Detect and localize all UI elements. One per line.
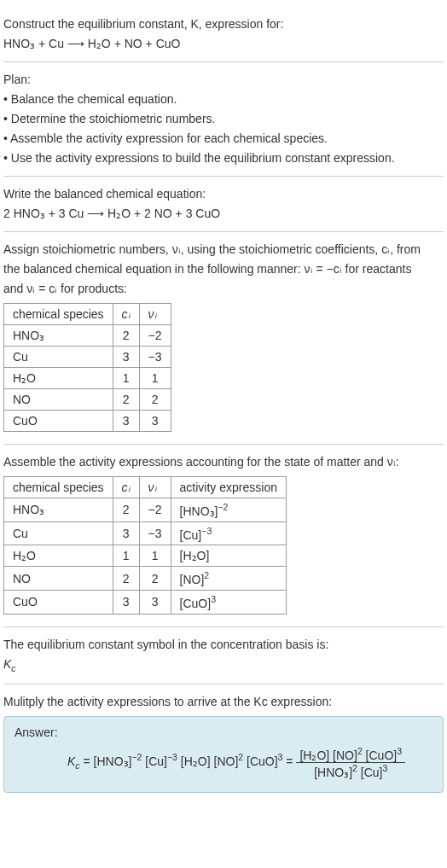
activity-intro: Assemble the activity expressions accoun…: [3, 453, 444, 471]
species-cell: H₂O: [4, 368, 113, 389]
balanced-heading: Write the balanced chemical equation:: [3, 185, 444, 203]
species-cell: Cu: [4, 521, 113, 545]
ci-cell: 3: [113, 411, 139, 432]
vi-cell: 1: [139, 545, 171, 567]
table-row: H₂O 1 1: [4, 368, 171, 389]
problem-equation: HNO₃ + Cu ⟶ H₂O + NO + CuO: [3, 35, 444, 53]
species-cell: CuO: [4, 590, 113, 614]
ci-cell: 3: [113, 590, 139, 614]
kc-expression: Kc = [HNO₃]−2 [Cu]−3 [H₂O] [NO]2 [CuO]3 …: [15, 746, 432, 778]
plan-section: Plan: • Balance the chemical equation. •…: [3, 62, 444, 177]
col-species: chemical species: [4, 304, 113, 325]
answer-box: Answer: Kc = [HNO₃]−2 [Cu]−3 [H₂O] [NO]2…: [3, 716, 444, 793]
ci-cell: 3: [113, 521, 139, 545]
ci-cell: 2: [113, 389, 139, 411]
ci-cell: 2: [113, 498, 139, 522]
result-intro: Mulitply the activity expressions to arr…: [3, 693, 444, 711]
vi-cell: −3: [139, 521, 171, 545]
symbol-intro: The equilibrium constant symbol in the c…: [3, 636, 444, 654]
plan-heading: Plan:: [3, 71, 444, 89]
activity-table: chemical species cᵢ νᵢ activity expressi…: [3, 476, 287, 615]
vi-cell: 3: [139, 590, 171, 614]
col-activity: activity expression: [171, 477, 286, 498]
balanced-equation-section: Write the balanced chemical equation: 2 …: [3, 177, 444, 232]
problem-line-1: Construct the equilibrium constant, K, e…: [3, 15, 444, 33]
result-section: Mulitply the activity expressions to arr…: [3, 684, 444, 800]
stoich-intro-2: the balanced chemical equation in the fo…: [3, 260, 444, 278]
col-vi: νᵢ: [139, 477, 171, 498]
table-row: HNO₃ 2 −2: [4, 325, 171, 347]
problem-statement: Construct the equilibrium constant, K, e…: [3, 7, 444, 62]
species-cell: H₂O: [4, 545, 113, 567]
plan-step-2: • Determine the stoichiometric numbers.: [3, 110, 444, 128]
symbol-section: The equilibrium constant symbol in the c…: [3, 627, 444, 685]
vi-cell: 3: [139, 411, 171, 432]
ci-cell: 1: [113, 545, 139, 567]
table-row: Cu 3 −3: [4, 347, 171, 368]
species-cell: NO: [4, 567, 113, 591]
activity-cell: [NO]2: [171, 567, 286, 591]
ci-cell: 2: [113, 567, 139, 591]
activity-cell: [H₂O]: [171, 545, 286, 567]
table-row: CuO 3 3: [4, 411, 171, 432]
stoich-intro-3: and νᵢ = cᵢ for products:: [3, 280, 444, 298]
kc-symbol: Kc: [3, 655, 444, 676]
plan-step-3: • Assemble the activity expression for e…: [3, 130, 444, 148]
col-ci: cᵢ: [113, 304, 139, 325]
numerator: [H₂O] [NO]2 [CuO]3: [296, 746, 405, 763]
species-cell: Cu: [4, 347, 113, 368]
species-cell: CuO: [4, 411, 113, 432]
ci-cell: 1: [113, 368, 139, 389]
table-header-row: chemical species cᵢ νᵢ activity expressi…: [4, 477, 287, 498]
table-row: H₂O 1 1 [H₂O]: [4, 545, 287, 567]
activity-cell: [Cu]−3: [171, 521, 286, 545]
table-row: CuO 3 3 [CuO]3: [4, 590, 287, 614]
stoich-intro-1: Assign stoichiometric numbers, νᵢ, using…: [3, 241, 444, 259]
vi-cell: −3: [139, 347, 171, 368]
table-row: NO 2 2 [NO]2: [4, 567, 287, 591]
balanced-equation: 2 HNO₃ + 3 Cu ⟶ H₂O + 2 NO + 3 CuO: [3, 205, 444, 223]
col-species: chemical species: [4, 477, 113, 498]
ci-cell: 2: [113, 325, 139, 347]
activity-cell: [HNO₃]−2: [171, 498, 286, 522]
plan-step-1: • Balance the chemical equation.: [3, 90, 444, 108]
denominator: [HNO₃]2 [Cu]3: [296, 763, 405, 779]
activity-section: Assemble the activity expressions accoun…: [3, 445, 444, 627]
vi-cell: 2: [139, 389, 171, 411]
vi-cell: −2: [139, 325, 171, 347]
vi-cell: −2: [139, 498, 171, 522]
col-ci: cᵢ: [113, 477, 139, 498]
stoichiometry-section: Assign stoichiometric numbers, νᵢ, using…: [3, 232, 444, 445]
species-cell: NO: [4, 389, 113, 411]
ci-cell: 3: [113, 347, 139, 368]
table-row: Cu 3 −3 [Cu]−3: [4, 521, 287, 545]
activity-cell: [CuO]3: [171, 590, 286, 614]
answer-label: Answer:: [15, 725, 432, 739]
vi-cell: 1: [139, 368, 171, 389]
plan-step-4: • Use the activity expressions to build …: [3, 149, 444, 167]
col-vi: νᵢ: [139, 304, 171, 325]
species-cell: HNO₃: [4, 325, 113, 347]
table-header-row: chemical species cᵢ νᵢ: [4, 304, 171, 325]
vi-cell: 2: [139, 567, 171, 591]
species-cell: HNO₃: [4, 498, 113, 522]
stoichiometry-table: chemical species cᵢ νᵢ HNO₃ 2 −2 Cu 3 −3…: [3, 303, 171, 432]
fraction: [H₂O] [NO]2 [CuO]3[HNO₃]2 [Cu]3: [296, 746, 405, 778]
table-row: HNO₃ 2 −2 [HNO₃]−2: [4, 498, 287, 522]
table-row: NO 2 2: [4, 389, 171, 411]
